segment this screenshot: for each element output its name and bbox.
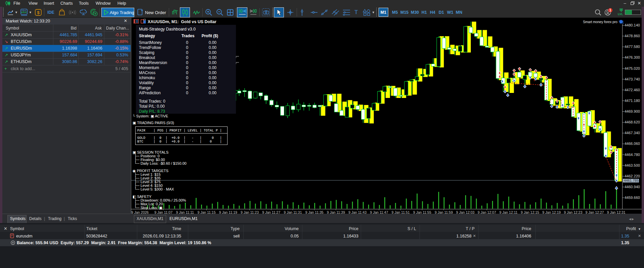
svg-text:4475.020: 4475.020 [625,66,640,70]
svg-text:4462.220: 4462.220 [625,174,640,178]
svg-text:4463.500: 4463.500 [625,163,640,167]
svg-text:4461.785: 4461.785 [624,178,639,182]
svg-text:4464.780: 4464.780 [625,153,640,157]
svg-text:4467.340: 4467.340 [625,131,640,135]
svg-text:4477.580: 4477.580 [625,45,640,49]
svg-text:4478.860: 4478.860 [625,34,640,38]
svg-text:4460.940: 4460.940 [625,185,640,189]
svg-text:4471.180: 4471.180 [625,99,640,103]
svg-text:4459.660: 4459.660 [625,196,640,200]
svg-text:4476.300: 4476.300 [625,55,640,59]
svg-text:4480.140: 4480.140 [625,23,640,27]
svg-text:4472.460: 4472.460 [625,88,640,92]
svg-text:$: $ [37,10,40,15]
svg-text:4469.900: 4469.900 [625,109,640,113]
svg-text:4473.740: 4473.740 [625,77,640,81]
svg-text:4468.620: 4468.620 [625,120,640,124]
svg-text:4466.060: 4466.060 [625,142,640,146]
